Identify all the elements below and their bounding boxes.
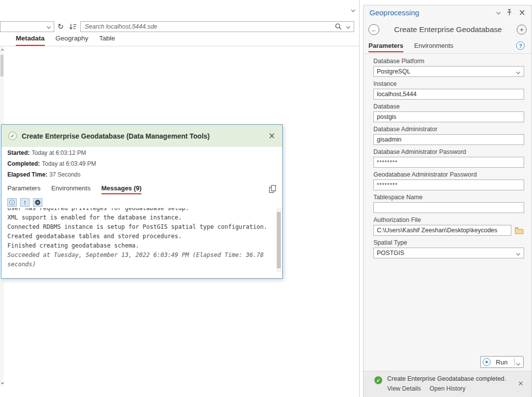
messages-scrollbar-thumb[interactable]	[277, 212, 281, 268]
tab-environments[interactable]: Environments	[414, 42, 453, 52]
tool-title: Create Enterprise Geodatabase	[379, 25, 517, 34]
messages-scrollbar[interactable]	[276, 208, 281, 272]
geoprocessing-tabs: Parameters Environments	[368, 42, 453, 52]
search-icon[interactable]	[335, 23, 342, 30]
geoprocessing-header: Geoprocessing ×	[364, 5, 532, 19]
dialog-tab-environments[interactable]: Environments	[51, 184, 90, 193]
field-label: Database Platform	[373, 58, 524, 65]
parameters-form: Database Platform PostgreSQL Instance Da…	[373, 58, 524, 262]
started-line: Started:Today at 6:03:12 PM	[7, 149, 86, 156]
open-history-link[interactable]: Open History	[430, 385, 466, 392]
scroll-down-icon[interactable]	[0, 380, 4, 385]
scroll-up-icon[interactable]	[0, 48, 4, 53]
dialog-title: Create Enterprise Geodatabase (Data Mana…	[22, 132, 264, 140]
error-icon: ×	[35, 200, 40, 205]
pin-icon[interactable]	[506, 9, 512, 16]
messages-list: User has required privileges for geodata…	[7, 208, 276, 269]
tab-parameters[interactable]: Parameters	[368, 42, 403, 52]
elapsed-label: Elapsed Time:	[7, 171, 47, 178]
filter-info-button[interactable]: i	[7, 198, 17, 207]
location-combobox[interactable]	[0, 21, 54, 32]
spatial-type-select[interactable]: POSTGIS	[373, 248, 524, 258]
message-filter-row: i ! ×	[7, 198, 42, 207]
panel-header-icons: ×	[497, 8, 526, 17]
filter-warning-button[interactable]: !	[20, 198, 30, 207]
field-authorization-file: Authorization File	[373, 217, 524, 236]
copy-icon[interactable]	[269, 185, 276, 195]
tab-table[interactable]: Table	[99, 35, 115, 46]
add-to-project-button[interactable]: +	[517, 25, 527, 35]
started-label: Started:	[7, 149, 30, 156]
browse-folder-button[interactable]	[514, 225, 524, 235]
search-options-chevron-icon[interactable]	[346, 25, 350, 29]
instance-input[interactable]	[373, 89, 524, 100]
help-icon[interactable]: ?	[516, 41, 525, 50]
database-administrator-password-input[interactable]	[373, 157, 524, 168]
scrollbar-thumb[interactable]	[0, 55, 3, 76]
search-box	[80, 21, 354, 32]
pane-collapse-button[interactable]	[349, 6, 358, 14]
field-label: Tablespace Name	[373, 194, 524, 201]
tabs-divider	[0, 46, 360, 46]
catalog-toolbar: ↻	[0, 21, 355, 33]
success-check-icon: ✓	[8, 132, 17, 140]
chevron-down-icon	[516, 361, 520, 365]
chevron-down-icon	[47, 25, 51, 29]
database-administrator-input[interactable]	[373, 134, 524, 145]
completed-label: Completed:	[7, 160, 40, 167]
play-icon	[483, 358, 491, 366]
sort-icon[interactable]	[67, 21, 79, 32]
field-database-administrator-password: Database Administrator Password	[373, 148, 524, 168]
view-details-link[interactable]: View Details	[387, 385, 421, 392]
panel-menu-chevron-icon[interactable]	[497, 10, 500, 14]
chevron-down-icon	[516, 252, 520, 255]
elapsed-line: Elapsed Time:37 Seconds	[7, 171, 81, 178]
panel-title: Geoprocessing	[369, 8, 493, 17]
tab-metadata[interactable]: Metadata	[16, 35, 45, 46]
sort-glyph	[69, 23, 77, 31]
run-options-chevron-icon[interactable]	[516, 357, 521, 367]
field-database: Database	[373, 103, 524, 122]
notification-close-icon[interactable]: ×	[518, 379, 524, 387]
authorization-file-input[interactable]	[373, 225, 511, 236]
field-label: Spatial Type	[373, 239, 524, 246]
info-icon: i	[9, 200, 15, 205]
back-button[interactable]: ←	[368, 24, 379, 35]
database-platform-select[interactable]: PostgreSQL	[373, 66, 524, 77]
selected-value: PostgreSQL	[377, 68, 410, 75]
field-label: Authorization File	[373, 217, 524, 223]
dialog-body: Started:Today at 6:03:12 PM Completed:To…	[1, 147, 282, 278]
dialog-tab-parameters[interactable]: Parameters	[7, 184, 40, 193]
field-tablespace-name: Tablespace Name	[373, 194, 524, 213]
log-message: XML support is enabled for the database …	[7, 213, 276, 222]
geodatabase-administrator-password-input[interactable]	[373, 180, 524, 190]
tool-header-row: ← Create Enterprise Geodatabase +	[364, 22, 532, 37]
field-geodatabase-administrator-password: Geodatabase Administrator Password	[373, 171, 524, 190]
play-triangle	[486, 361, 489, 363]
run-button[interactable]: Run	[480, 356, 524, 368]
started-value: Today at 6:03:12 PM	[32, 149, 86, 156]
field-label: Database Administrator	[373, 126, 524, 133]
field-label: Geodatabase Administrator Password	[373, 171, 524, 178]
dialog-close-icon[interactable]: ×	[268, 132, 275, 140]
chevron-up-icon	[1, 49, 4, 52]
success-message: Succeeded at Tuesday, September 13, 2022…	[7, 251, 276, 269]
success-check-icon: ✓	[374, 376, 382, 384]
dialog-tab-messages[interactable]: Messages (9)	[101, 184, 142, 194]
dialog-header: ✓ Create Enterprise Geodatabase (Data Ma…	[1, 125, 282, 147]
filter-error-button[interactable]: ×	[33, 198, 42, 207]
refresh-icon[interactable]: ↻	[55, 21, 66, 32]
panel-close-icon[interactable]: ×	[519, 8, 526, 17]
field-database-platform: Database Platform PostgreSQL	[373, 58, 524, 77]
tab-geography[interactable]: Geography	[56, 35, 89, 46]
search-input[interactable]	[81, 22, 335, 31]
tablespace-name-input[interactable]	[373, 202, 524, 213]
tool-result-dialog: ✓ Create Enterprise Geodatabase (Data Ma…	[1, 124, 283, 279]
database-input[interactable]	[373, 111, 524, 122]
tabs-divider	[364, 53, 532, 54]
log-message: Connected RDBMS instance is setup for Po…	[7, 222, 276, 232]
log-message: Created geodatabase tables and stored pr…	[7, 232, 276, 241]
elapsed-value: 37 Seconds	[49, 171, 80, 178]
field-label: Instance	[373, 80, 524, 87]
app-window: ↻	[0, 0, 532, 397]
